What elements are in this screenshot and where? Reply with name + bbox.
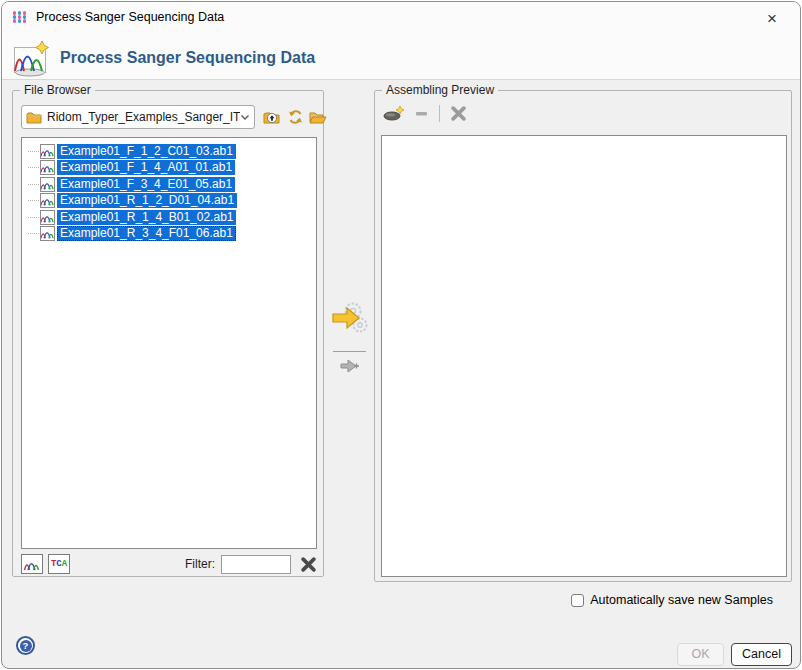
file-name: Example01_R_1_2_D01_04.ab1 — [57, 193, 237, 208]
new-sample-button[interactable] — [383, 105, 406, 122]
chromatogram-file-icon — [40, 193, 55, 208]
file-row[interactable]: Example01_F_1_2_C01_03.ab1 — [22, 143, 316, 160]
file-name: Example01_F_3_4_E01_05.ab1 — [57, 177, 235, 192]
assembling-preview-legend: Assembling Preview — [382, 83, 498, 97]
trace-view-toggle[interactable] — [21, 554, 43, 574]
file-row[interactable]: Example01_R_3_4_F01_06.ab1 — [22, 226, 316, 243]
process-sanger-dialog: Process Sanger Sequencing Data × Process… — [1, 1, 801, 669]
refresh-button[interactable] — [285, 107, 306, 127]
cancel-button[interactable]: Cancel — [731, 643, 792, 666]
auto-save-checkbox[interactable] — [571, 594, 584, 607]
file-name: Example01_F_1_4_A01_01.ab1 — [57, 160, 235, 175]
tca-icon: TCA — [51, 559, 67, 569]
chromatogram-file-icon — [40, 210, 55, 225]
file-name: Example01_R_1_4_B01_02.ab1 — [57, 210, 236, 225]
ok-button[interactable]: OK — [677, 643, 724, 666]
trace-icon — [24, 557, 40, 572]
header-area: Process Sanger Sequencing Data × Process… — [2, 2, 800, 80]
chromatogram-file-icon — [40, 144, 55, 159]
sequence-view-toggle[interactable]: TCA — [48, 554, 70, 574]
preview-toolbar — [383, 103, 466, 123]
file-name: Example01_R_3_4_F01_06.ab1 — [57, 226, 236, 241]
chromatogram-star-icon — [13, 40, 51, 78]
file-row[interactable]: Example01_R_1_4_B01_02.ab1 — [22, 209, 316, 226]
filter-label: Filter: — [185, 557, 215, 571]
question-icon: ? — [20, 640, 32, 652]
filter-input[interactable] — [221, 555, 291, 574]
file-browser-footer: TCA Filter: — [21, 553, 317, 575]
file-row[interactable]: Example01_F_3_4_E01_05.ab1 — [22, 176, 316, 193]
app-logo-icon — [12, 11, 28, 25]
remove-sample-button[interactable] — [415, 107, 428, 120]
file-row[interactable]: Example01_R_1_2_D01_04.ab1 — [22, 193, 316, 210]
page-title: Process Sanger Sequencing Data — [60, 49, 315, 67]
chromatogram-file-icon — [40, 226, 55, 241]
directory-path: Ridom_Typer_Examples_Sanger_ITS/ — [47, 110, 240, 124]
assembling-preview-group: Assembling Preview — [374, 90, 792, 582]
process-and-add-button[interactable] — [330, 299, 370, 339]
file-browser-legend: File Browser — [20, 83, 95, 97]
clear-preview-button[interactable] — [451, 106, 466, 121]
transfer-separator — [333, 351, 366, 352]
chevron-down-icon — [240, 114, 250, 121]
auto-save-option[interactable]: Automatically save new Samples — [571, 593, 773, 607]
clear-filter-icon[interactable] — [299, 555, 317, 573]
file-browser-group: File Browser Ridom_Typer_Examples_Sanger… — [12, 90, 324, 577]
window-title: Process Sanger Sequencing Data — [36, 10, 224, 24]
add-without-processing-button[interactable] — [338, 356, 361, 376]
auto-save-label: Automatically save new Samples — [590, 593, 773, 607]
chromatogram-file-icon — [40, 160, 55, 175]
toolbar-separator — [439, 105, 440, 122]
file-list[interactable]: Example01_F_1_2_C01_03.ab1 Example01_F_1… — [21, 137, 317, 549]
folder-up-button[interactable] — [261, 107, 282, 127]
directory-dropdown[interactable]: Ridom_Typer_Examples_Sanger_ITS/ — [21, 105, 255, 129]
file-row[interactable]: Example01_F_1_4_A01_01.ab1 — [22, 160, 316, 177]
assembling-preview-area[interactable] — [381, 135, 787, 577]
file-name: Example01_F_1_2_C01_03.ab1 — [57, 144, 236, 159]
close-icon[interactable]: × — [758, 7, 786, 31]
open-folder-button[interactable] — [307, 107, 328, 127]
chromatogram-file-icon — [40, 177, 55, 192]
help-button[interactable]: ? — [16, 636, 35, 655]
folder-icon — [26, 110, 42, 125]
titlebar: Process Sanger Sequencing Data × — [2, 2, 800, 34]
